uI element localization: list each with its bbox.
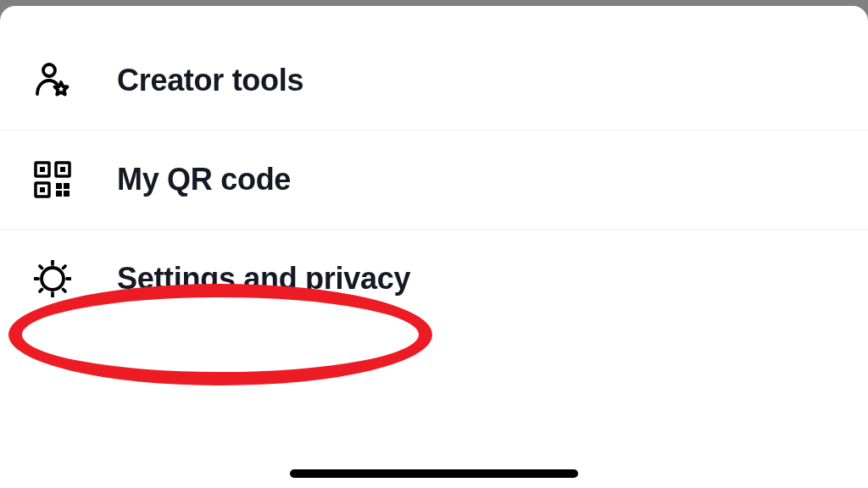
svg-point-0 bbox=[43, 64, 55, 76]
bottom-sheet: Creator tools My QR code bbox=[0, 6, 868, 488]
svg-rect-6 bbox=[40, 187, 45, 192]
menu-item-label: My QR code bbox=[117, 162, 291, 197]
qr-code-icon bbox=[34, 161, 71, 198]
menu-item-label: Creator tools bbox=[117, 63, 303, 98]
person-star-icon bbox=[34, 62, 71, 99]
svg-rect-8 bbox=[64, 183, 70, 189]
home-indicator bbox=[290, 469, 578, 478]
menu-item-qr-code[interactable]: My QR code bbox=[0, 130, 868, 230]
svg-rect-10 bbox=[64, 191, 70, 197]
svg-rect-4 bbox=[60, 167, 65, 172]
menu-item-creator-tools[interactable]: Creator tools bbox=[0, 31, 868, 130]
svg-rect-7 bbox=[56, 183, 62, 189]
svg-rect-9 bbox=[56, 191, 62, 197]
menu-item-label: Settings and privacy bbox=[117, 261, 410, 297]
gear-icon bbox=[34, 260, 71, 297]
menu-list: Creator tools My QR code bbox=[0, 6, 868, 328]
menu-item-settings-privacy[interactable]: Settings and privacy bbox=[0, 230, 868, 328]
svg-point-11 bbox=[42, 268, 64, 290]
svg-rect-2 bbox=[40, 167, 45, 172]
